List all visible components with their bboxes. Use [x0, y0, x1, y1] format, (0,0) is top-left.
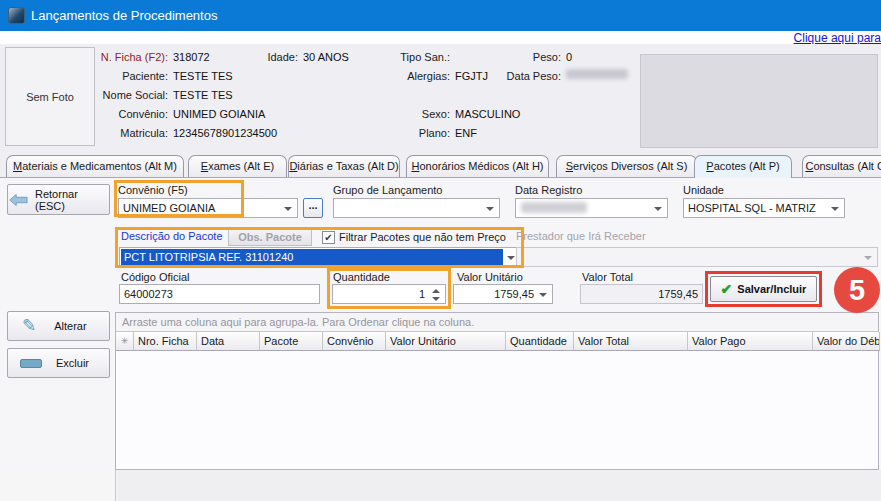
- redacted-data-peso-value: [566, 69, 628, 79]
- grid-column-data[interactable]: Data: [197, 332, 260, 351]
- tab-materiais[interactable]: Materiais e Medicamentos (Alt M): [6, 155, 184, 177]
- grid-column-valor-unit-rio[interactable]: Valor Unitário: [386, 332, 506, 351]
- quantidade-stepper[interactable]: 1: [332, 284, 446, 304]
- grid-column-valor-do-d-bito[interactable]: Valor do Débito: [813, 332, 880, 351]
- pencil-icon: ✎: [22, 319, 36, 333]
- dropdown-arrow-icon: [864, 256, 872, 260]
- bottom-panel-left: [0, 470, 116, 501]
- dropdown-arrow-icon: [507, 256, 515, 260]
- grid-body: [116, 351, 878, 469]
- dropdown-arrow-icon: [654, 207, 662, 211]
- valor-unitario-label: Valor Unitário: [457, 271, 523, 283]
- patient-notes-panel: [640, 54, 878, 148]
- grid-row-indicator-icon: ✳: [116, 332, 134, 351]
- pacote-selected-value: PCT LITOTRIPSIA REF. 31101240: [121, 249, 503, 265]
- patient-matricula-label: Matricula:: [0, 127, 168, 139]
- grid-column-pacote[interactable]: Pacote: [260, 332, 323, 351]
- obs-pacote-button[interactable]: Obs. Pacote: [228, 229, 312, 246]
- convenio-more-button[interactable]: ...: [303, 198, 323, 218]
- patient-sexo-label: Sexo:: [250, 108, 450, 120]
- codigo-oficial-input[interactable]: 64000273: [119, 284, 320, 304]
- top-right-link[interactable]: Clique aqui para: [794, 31, 881, 45]
- app-icon: [8, 7, 25, 24]
- dropdown-arrow-icon: [831, 207, 839, 211]
- dropdown-arrow-icon: [486, 207, 494, 211]
- unidade-label: Unidade: [683, 184, 724, 196]
- procedures-grid: Arraste uma coluna aqui para agrupa-la. …: [115, 312, 879, 470]
- tab-honorarios[interactable]: Honorários Médicos (Alt H): [406, 155, 549, 177]
- patient-peso-label: Peso:: [361, 51, 561, 63]
- grupo-lancamento-combo[interactable]: [333, 198, 500, 218]
- tab-exames[interactable]: Exames (Alt E): [188, 155, 287, 177]
- patient-paciente-value: TESTE TES: [173, 70, 233, 82]
- quantidade-label: Quantidade: [333, 271, 390, 283]
- patient-nome-social-label: Nome Social:: [0, 89, 168, 101]
- dropdown-arrow-icon: [539, 293, 547, 297]
- grid-column-nro-ficha[interactable]: Nro. Ficha: [134, 332, 197, 351]
- filtrar-pacotes-checkbox[interactable]: ✔: [322, 231, 335, 244]
- valor-total-label: Valor Total: [582, 271, 633, 283]
- convenio-combo[interactable]: UNIMED GOIANIA: [118, 198, 298, 218]
- tab-servicos[interactable]: Serviços Diversos (Alt S): [556, 155, 697, 177]
- grid-column-quantidade[interactable]: Quantidade: [506, 332, 574, 351]
- grid-column-valor-pago[interactable]: Valor Pago: [688, 332, 813, 351]
- valor-unitario-combo[interactable]: 1759,45: [453, 284, 553, 304]
- excluir-label: Excluir: [56, 357, 89, 369]
- filtrar-pacotes-label: Filtrar Pacotes que não tem Preço: [339, 231, 506, 243]
- alterar-button[interactable]: ✎ Alterar: [7, 311, 110, 341]
- tab-diarias[interactable]: Diárias e Taxas (Alt D): [288, 155, 400, 177]
- header-strip: [0, 31, 881, 44]
- window-title: Lançamentos de Procedimentos: [31, 8, 217, 23]
- grid-column-valor-total[interactable]: Valor Total: [574, 332, 688, 351]
- pacote-combo[interactable]: PCT LITOTRIPSIA REF. 31101240: [119, 247, 521, 267]
- bottom-panel-right: [117, 470, 881, 501]
- data-registro-label: Data Registro: [515, 184, 582, 196]
- spinner-arrows-icon[interactable]: [431, 287, 442, 303]
- salvar-incluir-button[interactable]: ✔ Salvar/Incluir: [710, 276, 817, 302]
- step-number-badge: 5: [834, 267, 880, 313]
- patient-paciente-label: Paciente:: [0, 70, 168, 82]
- convenio-f5-label: Convênio (F5): [118, 184, 188, 196]
- patient-convenio-label: Convênio:: [0, 108, 168, 120]
- retornar-label: Retornar (ESC): [35, 188, 109, 212]
- prestador-label: Prestador que Irá Receber: [516, 230, 646, 242]
- salvar-incluir-label: Salvar/Incluir: [737, 283, 806, 295]
- dropdown-arrow-icon: [284, 207, 292, 211]
- retornar-button[interactable]: Retornar (ESC): [7, 184, 110, 215]
- back-arrow-icon: [8, 193, 28, 207]
- eraser-icon: [20, 359, 42, 368]
- excluir-button[interactable]: Excluir: [7, 348, 110, 378]
- codigo-oficial-label: Código Oficial: [121, 271, 189, 283]
- grupo-lancamento-label: Grupo de Lançamento: [333, 184, 442, 196]
- prestador-combo[interactable]: [516, 247, 878, 267]
- check-icon: ✔: [721, 283, 733, 295]
- patient-plano-value: ENF: [455, 127, 477, 139]
- patient-nome-social-value: TESTE TES: [173, 89, 233, 101]
- unidade-combo[interactable]: HOSPITAL SQL - MATRIZ: [683, 198, 845, 218]
- descricao-pacote-label: Descrição do Pacote: [121, 230, 223, 242]
- redacted-data-registro-value: [521, 202, 587, 213]
- patient-data-peso-label: Data Peso:: [361, 70, 561, 82]
- patient-plano-label: Plano:: [250, 127, 450, 139]
- grid-column-conv-nio[interactable]: Convênio: [323, 332, 386, 351]
- title-bar: Lançamentos de Procedimentos: [0, 0, 881, 31]
- grid-header-row: ✳Nro. FichaDataPacoteConvênioValor Unitá…: [116, 332, 878, 351]
- patient-peso-value: 0: [566, 51, 572, 63]
- tab-pacotes[interactable]: Pacotes (Alt P): [694, 155, 792, 178]
- tab-consultas[interactable]: Consultas (Alt C): [802, 155, 881, 177]
- alterar-label: Alterar: [54, 320, 86, 332]
- patient-sexo-value: MASCULINO: [455, 108, 520, 120]
- app-window: Lançamentos de Procedimentos Clique aqui…: [0, 0, 881, 501]
- grid-group-by-bar[interactable]: Arraste uma coluna aqui para agrupa-la. …: [116, 313, 878, 332]
- valor-total-field: 1759,45: [580, 284, 703, 304]
